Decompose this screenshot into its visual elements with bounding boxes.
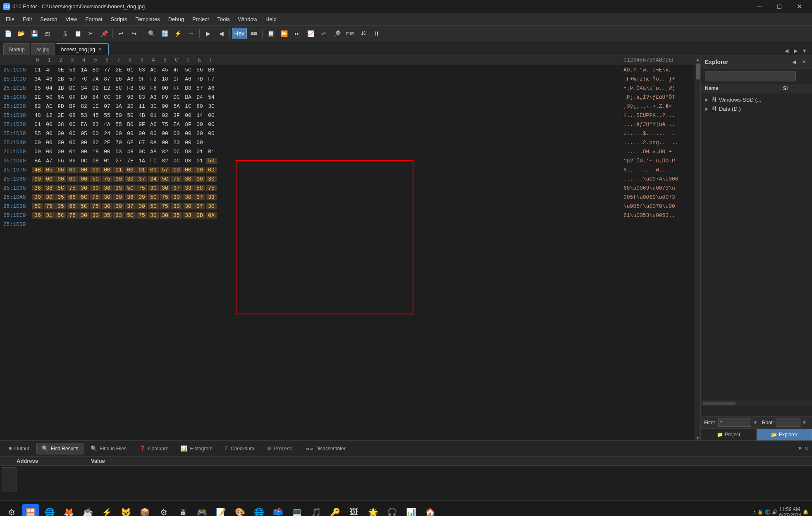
hex-byte-11-12[interactable]: 00	[171, 167, 182, 173]
tree-item-windows-ssd[interactable]: ▶ 🗄 Windows-SSD (...	[701, 95, 812, 104]
tb-new[interactable]: 📄	[2, 28, 14, 39]
hex-byte-2-14[interactable]: 57	[194, 85, 205, 91]
taskbar-icon-java[interactable]: ☕	[79, 504, 96, 516]
btab-compare[interactable]: ❓ Compare	[134, 443, 174, 454]
hex-byte-11-7[interactable]: 01	[113, 167, 124, 173]
hex-byte-10-1[interactable]: A7	[44, 158, 55, 164]
hex-byte-5-13[interactable]: 00	[183, 112, 193, 119]
hex-byte-15-15[interactable]: 30	[206, 203, 217, 209]
hex-byte-12-14[interactable]: 30	[194, 176, 205, 182]
tb-calc[interactable]: 🔲	[265, 28, 277, 39]
hex-byte-2-5[interactable]: D2	[90, 85, 101, 91]
exp-tab-explorer[interactable]: 📂 Explorer	[757, 429, 812, 440]
hex-byte-13-1[interactable]: 38	[44, 185, 55, 191]
hex-byte-1-11[interactable]: 18	[160, 76, 170, 82]
hex-byte-2-8[interactable]: FB	[125, 85, 136, 91]
hex-row-2[interactable]: 25:1CE095041BDC34D2E25CFB98F800FFB857A6•…	[0, 83, 695, 93]
hex-byte-5-12[interactable]: 3F	[171, 112, 182, 119]
hex-byte-14-14[interactable]: 37	[194, 194, 205, 200]
hex-byte-3-15[interactable]: 54	[206, 94, 217, 100]
hex-byte-0-2[interactable]: 0E	[55, 67, 66, 73]
hex-byte-16-11[interactable]: 30	[160, 212, 170, 219]
btab-find-results[interactable]: 🔍 Find Results	[36, 443, 84, 454]
btab-histogram[interactable]: 📊 Histogram	[175, 443, 218, 454]
tab-as-jpg[interactable]: as.jpg	[31, 43, 55, 55]
hex-byte-12-1[interactable]: 00	[44, 176, 55, 182]
hex-byte-12-5[interactable]: 5C	[90, 176, 101, 182]
hex-byte-0-4[interactable]: 1A	[79, 67, 89, 73]
tb-chart[interactable]: 📈	[304, 28, 317, 39]
hex-byte-14-1[interactable]: 30	[44, 194, 55, 200]
hex-byte-15-12[interactable]: 30	[171, 203, 182, 209]
tb-compare[interactable]: ⇌	[318, 28, 330, 39]
hex-byte-13-14[interactable]: 5C	[194, 185, 205, 191]
filter-input[interactable]	[718, 419, 751, 427]
tab-nav-left[interactable]: ◀	[782, 47, 791, 55]
hex-byte-1-12[interactable]: 1F	[171, 76, 182, 82]
hex-row-16[interactable]: 25:1DC036315C75303035335C75303035330D0A6…	[0, 211, 695, 220]
hex-row-11[interactable]: 25:1D704B05060000000001000100570000000DK…	[0, 165, 695, 174]
hex-byte-16-8[interactable]: 5C	[125, 212, 136, 219]
hex-byte-7-12[interactable]: 00	[171, 131, 182, 137]
btab-output[interactable]: ≡ Output	[3, 443, 35, 454]
hex-byte-8-11[interactable]: 00	[160, 140, 170, 146]
tb-redo[interactable]: ↪	[128, 28, 141, 39]
hex-byte-12-2[interactable]: 00	[55, 176, 66, 182]
hex-byte-15-13[interactable]: 30	[183, 203, 193, 209]
taskbar-icon-edge[interactable]: 🌐	[41, 504, 58, 516]
hex-byte-14-11[interactable]: 75	[160, 194, 170, 200]
btab-collapse[interactable]: ▼	[797, 445, 802, 452]
hex-byte-6-15[interactable]: 00	[206, 121, 217, 128]
taskbar-icon-game[interactable]: 🎮	[193, 504, 210, 516]
filter-dropdown[interactable]: ▼	[753, 420, 758, 426]
hex-byte-16-1[interactable]: 31	[44, 212, 55, 219]
hex-byte-1-3[interactable]: 57	[67, 76, 78, 82]
hex-byte-6-7[interactable]: 55	[113, 121, 124, 128]
menu-item-help[interactable]: Help	[261, 14, 281, 24]
hex-byte-0-11[interactable]: 45	[160, 67, 170, 73]
tb-find-replace[interactable]: 🔠	[158, 28, 171, 39]
hex-byte-5-9[interactable]: 4B	[136, 112, 147, 119]
hex-byte-16-2[interactable]: 5C	[55, 212, 66, 219]
hex-byte-3-5[interactable]: 84	[90, 94, 101, 100]
hex-byte-9-14[interactable]: 01	[194, 149, 205, 155]
hex-byte-2-3[interactable]: DC	[67, 85, 78, 91]
hex-byte-16-6[interactable]: 35	[102, 212, 112, 219]
hex-byte-3-13[interactable]: BA	[183, 94, 193, 100]
hex-byte-3-4[interactable]: E0	[79, 94, 89, 100]
hex-byte-9-6[interactable]: 00	[102, 149, 112, 155]
btab-checksum[interactable]: Σ Checksum	[220, 443, 260, 454]
tab-startup[interactable]: Startup	[3, 43, 30, 55]
hex-byte-6-0[interactable]: 01	[32, 121, 43, 128]
taskbar-icon-vscode[interactable]: 💻	[289, 504, 305, 516]
hex-byte-2-11[interactable]: 00	[160, 85, 170, 91]
hex-byte-13-11[interactable]: 30	[160, 185, 170, 191]
hex-byte-11-4[interactable]: 00	[79, 167, 89, 173]
hex-byte-10-2[interactable]: 56	[55, 158, 66, 164]
hex-byte-10-0[interactable]: BA	[32, 158, 43, 164]
hex-byte-9-8[interactable]: 48	[125, 149, 136, 155]
hex-byte-13-8[interactable]: 5C	[125, 185, 136, 191]
hex-byte-0-14[interactable]: 56	[194, 67, 205, 73]
hex-byte-12-11[interactable]: 5C	[160, 176, 170, 182]
hex-byte-15-0[interactable]: 5C	[32, 203, 43, 209]
hex-byte-3-0[interactable]: 2E	[32, 94, 43, 100]
hex-byte-2-0[interactable]: 95	[32, 85, 43, 91]
hex-byte-8-9[interactable]: 67	[136, 140, 147, 146]
explorer-search-input[interactable]	[705, 71, 796, 81]
hex-byte-1-1[interactable]: 46	[44, 76, 55, 82]
hex-byte-15-11[interactable]: 75	[160, 203, 170, 209]
tb-num[interactable]: 16	[357, 28, 370, 39]
hex-byte-11-2[interactable]: 06	[55, 167, 66, 173]
hex-byte-12-10[interactable]: 34	[148, 176, 159, 182]
hex-byte-0-10[interactable]: AC	[148, 67, 159, 73]
hex-byte-10-4[interactable]: DC	[79, 158, 89, 164]
hex-row-7[interactable]: 25:1D30B5900000050024000000000000002000µ…	[0, 129, 695, 138]
hex-byte-2-1[interactable]: 04	[44, 85, 55, 91]
taskbar-icon-excel[interactable]: 📊	[403, 504, 419, 516]
hex-byte-4-2[interactable]: FD	[55, 103, 66, 109]
hex-byte-10-11[interactable]: 82	[160, 158, 170, 164]
hex-byte-16-13[interactable]: 33	[183, 212, 193, 219]
hex-byte-8-8[interactable]: 6E	[125, 140, 136, 146]
hex-byte-4-9[interactable]: 11	[136, 103, 147, 109]
